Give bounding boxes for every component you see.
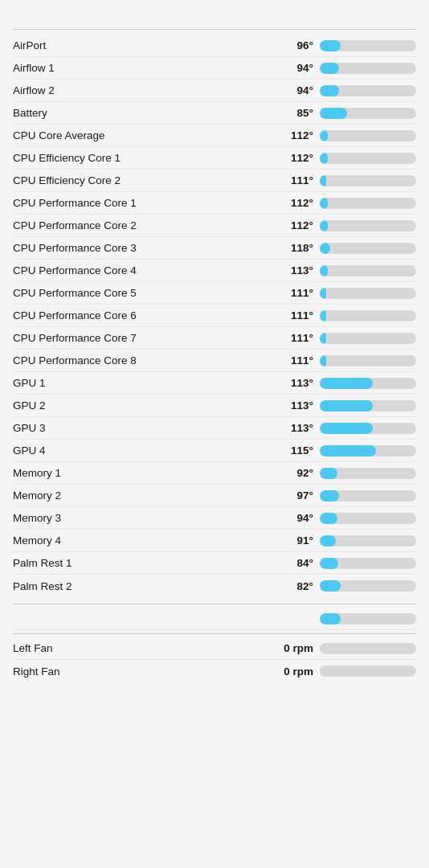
bar-fill <box>320 535 336 547</box>
row-value: 111° <box>275 332 313 344</box>
table-row: Memory 3 94° <box>13 507 416 530</box>
row-value: 111° <box>275 354 313 366</box>
row-value: 112° <box>275 152 313 164</box>
bar-container <box>320 513 416 524</box>
table-row: Airflow 1 94° <box>13 57 416 80</box>
bar-fill <box>320 378 373 389</box>
bar-container <box>320 643 416 654</box>
table-row: CPU Core Average 112° <box>13 125 416 147</box>
bar-container <box>320 108 416 119</box>
table-row: CPU Performance Core 3 118° <box>13 237 416 260</box>
bar-container <box>320 220 416 231</box>
table-row: GPU 4 115° <box>13 440 416 462</box>
bar-fill <box>320 355 326 366</box>
row-label: CPU Performance Core 2 <box>13 219 275 231</box>
bar-container <box>320 243 416 254</box>
table-row: CPU Performance Core 7 111° <box>13 327 416 350</box>
bar-container <box>320 400 416 411</box>
bar-container <box>320 490 416 502</box>
bar-container <box>320 333 416 344</box>
bar-container <box>320 445 416 457</box>
bar-fill <box>320 445 376 457</box>
bar-fill <box>320 423 373 434</box>
row-label: CPU Efficiency Core 2 <box>13 174 275 186</box>
row-value: 92° <box>275 467 313 479</box>
row-label: Palm Rest 1 <box>13 557 275 569</box>
bar-container <box>320 378 416 389</box>
bar-container <box>320 468 416 479</box>
row-value: 113° <box>275 422 313 434</box>
bar-fill <box>320 580 341 592</box>
bar-container <box>320 130 416 141</box>
bar-fill <box>320 153 328 164</box>
row-value: 115° <box>275 444 313 457</box>
row-label: GPU 2 <box>13 399 275 411</box>
row-value: 91° <box>275 534 313 547</box>
bar-fill <box>320 288 326 299</box>
bar-container <box>320 265 416 276</box>
row-label: CPU Performance Core 3 <box>13 242 275 254</box>
table-row: GPU 2 113° <box>13 395 416 417</box>
table-row: CPU Performance Core 8 111° <box>13 350 416 372</box>
row-value: 118° <box>275 242 313 254</box>
row-label: CPU Performance Core 6 <box>13 309 275 321</box>
row-label: AirPort <box>13 39 275 51</box>
bar-fill <box>320 310 326 321</box>
bar-container <box>320 665 416 677</box>
panel-title <box>0 0 429 18</box>
row-value: 113° <box>275 399 313 411</box>
row-value: 82° <box>275 580 313 592</box>
table-row: CPU Performance Core 2 112° <box>13 215 416 237</box>
row-label: Memory 1 <box>13 467 275 479</box>
row-label: GPU 4 <box>13 444 275 457</box>
row-value: 94° <box>275 84 313 96</box>
table-row: Memory 1 92° <box>13 462 416 485</box>
row-label: Airflow 1 <box>13 62 275 74</box>
divider-ssd <box>13 604 416 604</box>
row-label: CPU Performance Core 7 <box>13 332 275 344</box>
row-value: 113° <box>275 264 313 276</box>
table-row: Palm Rest 1 84° <box>13 552 416 575</box>
bar-fill <box>320 108 347 119</box>
row-label: CPU Core Average <box>13 129 275 141</box>
bar-fill <box>320 490 339 502</box>
bar-container <box>320 175 416 186</box>
row-value: 0 rpm <box>275 642 313 654</box>
bar-container <box>320 288 416 299</box>
bar-fill <box>320 130 328 141</box>
bar-fill <box>320 468 337 479</box>
sensors-panel: AirPort 96° Airflow 1 94° Airflow 2 94° … <box>0 0 429 682</box>
row-value: 96° <box>275 39 313 51</box>
row-label: Memory 4 <box>13 534 275 547</box>
row-value: 0 rpm <box>275 665 313 678</box>
bar-fill <box>320 243 330 254</box>
bar-fill <box>320 265 328 276</box>
table-row: CPU Performance Core 4 113° <box>13 260 416 282</box>
bar-fill <box>320 220 328 231</box>
row-value: 84° <box>275 557 313 569</box>
row-label: Battery <box>13 107 275 119</box>
row-label: CPU Performance Core 8 <box>13 354 275 366</box>
row-label: Palm Rest 2 <box>13 580 275 592</box>
bar-container <box>320 198 416 209</box>
fans-header <box>13 18 416 30</box>
row-label: Right Fan <box>13 665 275 678</box>
row-label: Left Fan <box>13 642 275 654</box>
table-row: Left Fan 0 rpm <box>13 637 416 660</box>
bar-container <box>320 63 416 74</box>
ssd-bar-fill <box>320 613 341 624</box>
table-row: CPU Performance Core 5 111° <box>13 282 416 305</box>
row-label: Memory 3 <box>13 512 275 524</box>
row-value: 112° <box>275 129 313 141</box>
ssd-row <box>13 608 416 630</box>
bar-fill <box>320 333 326 344</box>
bar-container <box>320 153 416 164</box>
table-row: Palm Rest 2 82° <box>13 575 416 597</box>
row-value: 97° <box>275 489 313 502</box>
temperature-rows: AirPort 96° Airflow 1 94° Airflow 2 94° … <box>13 30 416 600</box>
bar-container <box>320 40 416 51</box>
row-value: 113° <box>275 377 313 389</box>
table-row: Airflow 2 94° <box>13 80 416 102</box>
fans-section: AirPort 96° Airflow 1 94° Airflow 2 94° … <box>0 18 429 682</box>
table-row: AirPort 96° <box>13 35 416 57</box>
